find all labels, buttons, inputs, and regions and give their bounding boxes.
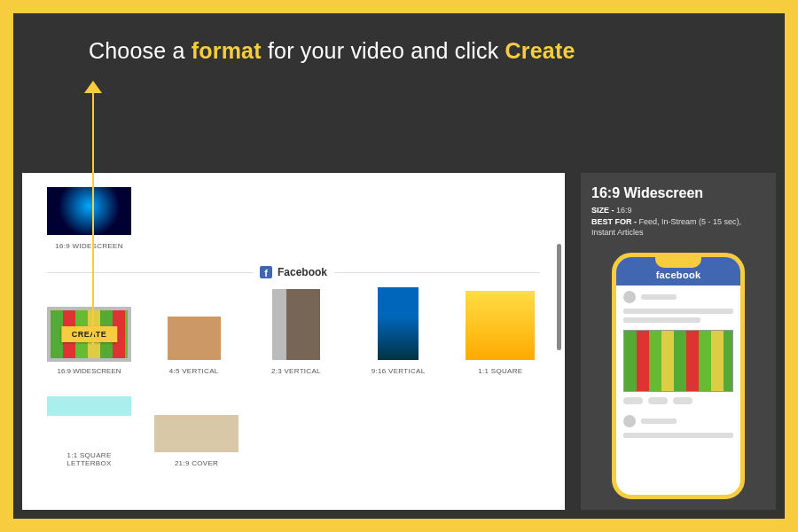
placeholder-bar xyxy=(641,419,677,424)
format-label: 4:5 VERTICAL xyxy=(169,367,219,375)
section-title: Facebook xyxy=(278,266,327,278)
divider-line xyxy=(334,272,540,273)
placeholder-bar xyxy=(623,317,700,323)
format-tile[interactable]: 9:16 VERTICAL xyxy=(359,287,438,375)
facebook-icon: f xyxy=(260,266,272,278)
phone-notch xyxy=(655,255,701,268)
format-label: 21:9 COVER xyxy=(175,459,218,467)
format-info-panel: 16:9 Widescreen SIZE - 16:9 BEST FOR - F… xyxy=(581,173,776,510)
instruction-heading: Choose a format for your video and click… xyxy=(13,13,785,64)
callout-arrow xyxy=(84,81,102,347)
arrow-line xyxy=(92,91,94,345)
placeholder-bar xyxy=(623,309,733,314)
info-size: SIZE - 16:9 xyxy=(591,205,765,216)
thumbnail-image xyxy=(272,289,320,360)
placeholder-pill xyxy=(673,397,692,404)
format-label: 1:1 SQUARE xyxy=(478,367,522,375)
thumbnail-image xyxy=(168,293,221,360)
info-title: 16:9 Widescreen xyxy=(591,185,765,201)
placeholder-bar xyxy=(623,433,733,438)
placeholder-pill xyxy=(623,397,643,404)
divider-line xyxy=(47,272,253,273)
info-bestfor: BEST FOR - Feed, In-Stream (5 - 15 sec),… xyxy=(591,216,765,239)
avatar-icon xyxy=(623,291,636,303)
thumbnail-image xyxy=(154,415,239,452)
heading-text-pre: Choose a xyxy=(89,38,192,63)
thumbnail-image xyxy=(47,396,131,444)
format-label: 9:16 VERTICAL xyxy=(372,367,426,375)
preview-video-frame xyxy=(623,330,733,392)
format-tile[interactable]: 21:9 COVER xyxy=(154,415,239,467)
section-header-facebook: f Facebook xyxy=(47,266,540,278)
preview-post xyxy=(616,286,740,410)
phone-preview: facebook xyxy=(612,253,745,499)
format-label: 16:9 WIDESCREEN xyxy=(57,367,121,375)
format-tile[interactable]: 1:1 SQUARE LETTERBOX xyxy=(47,396,131,467)
format-picker-panel: 16:9 WIDESCREEN f Facebook xyxy=(22,173,565,510)
placeholder-pill xyxy=(648,397,668,404)
heading-accent-create: Create xyxy=(505,38,575,63)
thumbnail-image xyxy=(466,291,535,360)
heading-text-mid: for your video and click xyxy=(262,38,505,63)
format-tile[interactable]: 4:5 VERTICAL xyxy=(154,293,233,375)
format-label: 2:3 VERTICAL xyxy=(271,367,321,375)
heading-accent-format: format xyxy=(192,38,262,63)
placeholder-bar xyxy=(641,294,677,300)
format-label: 1:1 SQUARE LETTERBOX xyxy=(47,451,131,467)
format-tile[interactable]: 2:3 VERTICAL xyxy=(256,289,335,375)
format-tile[interactable]: 1:1 SQUARE xyxy=(461,291,540,375)
thumbnail-image xyxy=(378,287,419,360)
avatar-icon xyxy=(623,415,636,427)
preview-post xyxy=(616,410,740,447)
scrollbar-thumb[interactable] xyxy=(557,244,561,350)
